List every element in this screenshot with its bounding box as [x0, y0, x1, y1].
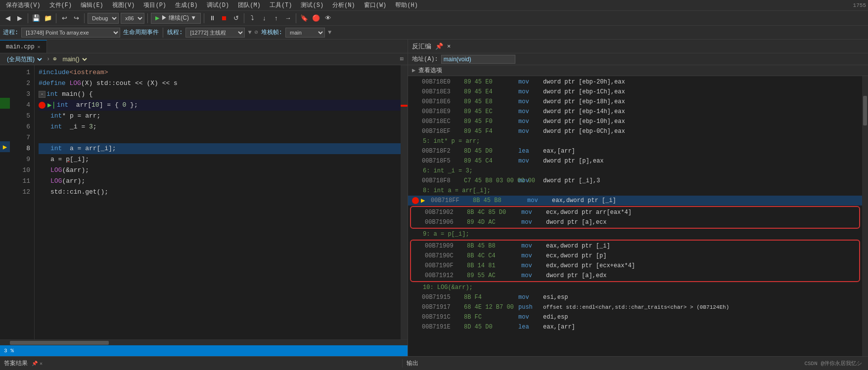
- menu-file[interactable]: 文件(F): [46, 0, 76, 10]
- disasm-src-8: 8: int a = arr[_i];: [408, 186, 862, 196]
- margin-6: [0, 120, 10, 130]
- disasm-bytes-3: 89 45 E8: [464, 97, 518, 107]
- bottom-left-pin-icon[interactable]: 📌: [32, 361, 38, 367]
- disasm-op-c2d: dword ptr [a],edx: [546, 271, 855, 281]
- bottom-left-title: 答案结果: [4, 359, 28, 368]
- lifecycle-label: 生命周期事件: [123, 28, 159, 37]
- tab-main-cpp[interactable]: main.cpp ✕: [0, 40, 47, 53]
- left-margin: ▶: [0, 65, 10, 339]
- line-num-12: 12: [12, 187, 30, 198]
- line-num-7: 7: [12, 132, 30, 143]
- a-assign2: [_i];: [70, 154, 89, 165]
- scope-select[interactable]: (全局范围): [4, 55, 44, 63]
- disasm-bytes-c2c: 8B 14 81: [467, 261, 521, 271]
- num-0: 0: [122, 100, 126, 111]
- disasm-pin-icon[interactable]: 📌: [435, 42, 443, 50]
- int-keyword-6: int: [50, 122, 62, 132]
- open-button[interactable]: 📁: [43, 13, 53, 23]
- options-collapse-icon[interactable]: ▶: [412, 67, 415, 74]
- disasm-addr-bar: 地址(A):: [408, 53, 868, 65]
- collapse-button-3[interactable]: -: [39, 91, 46, 98]
- nav-forward-button[interactable]: ▶: [15, 13, 25, 23]
- menu-view[interactable]: 视图(V): [108, 0, 139, 10]
- menu-tools[interactable]: 工具(T): [266, 0, 296, 10]
- line-num-9: 9: [12, 154, 30, 165]
- expand-icon[interactable]: ⊞: [400, 55, 404, 63]
- src-text-10: 10: LOG(&arr);: [423, 283, 473, 292]
- margin-10: [0, 163, 10, 174]
- menu-project[interactable]: 项目(P): [139, 0, 170, 10]
- disasm-op-4: dword ptr [ebp-14h],eax: [543, 107, 858, 117]
- p-underline: p: [66, 154, 70, 165]
- tab-close-button[interactable]: ✕: [38, 44, 41, 50]
- function-select[interactable]: main(): [59, 55, 89, 63]
- nav-back-button[interactable]: ◀: [3, 13, 13, 23]
- disasm-close-button[interactable]: ✕: [447, 42, 451, 50]
- step-over-button[interactable]: ⤵: [247, 13, 257, 23]
- disasm-scroll-thumb[interactable]: [863, 96, 867, 125]
- menu-build[interactable]: 生成(B): [171, 0, 202, 10]
- thread-select[interactable]: [12772] 主线程: [185, 28, 245, 38]
- menu-team[interactable]: 团队(M): [234, 0, 265, 10]
- disasm-line-8: 00B718F5 89 45 C4 mov dword ptr [p],eax: [408, 156, 862, 166]
- step-into-button[interactable]: ↓: [259, 13, 269, 23]
- line-num-4: 4: [12, 100, 30, 111]
- disasm-src-6: 6: int _i = 3;: [408, 166, 862, 176]
- restart-button[interactable]: ↺: [231, 13, 241, 23]
- code-scrollbar[interactable]: [0, 339, 408, 345]
- disasm-content[interactable]: 00B718E0 89 45 E0 mov dword ptr [ebp-20h…: [408, 76, 862, 356]
- continue-button[interactable]: ▶ ▶ 继续(C) ▼: [151, 13, 201, 24]
- disasm-bytes-l3: 8B FC: [464, 312, 518, 322]
- disasm-bytes-c2a: 8B 45 B8: [467, 241, 521, 251]
- disasm-instr-c1b: mov: [521, 217, 546, 227]
- menu-analysis[interactable]: 分析(N): [328, 0, 359, 10]
- bottom-left-close-icon[interactable]: ✕: [40, 361, 43, 367]
- scroll-thumb[interactable]: [10, 341, 109, 345]
- disasm-options: ▶ 查看选项: [408, 65, 868, 76]
- menu-window[interactable]: 窗口(W): [360, 0, 391, 10]
- menu-save[interactable]: 保存选项(V): [2, 0, 45, 10]
- disasm-bytes-curr: 8B 45 B8: [473, 196, 527, 206]
- log-macro-11: LOG: [50, 176, 62, 187]
- run-to-cursor-button[interactable]: →: [283, 13, 293, 23]
- step-out-button[interactable]: ↑: [271, 13, 281, 23]
- semicolon-6: ;: [93, 122, 97, 132]
- disasm-instr-4: mov: [518, 107, 543, 117]
- disasm-addr-c2d: 00B71912: [425, 271, 467, 281]
- undo-button[interactable]: ↩: [59, 13, 69, 23]
- disasm-addr-input[interactable]: [441, 55, 515, 64]
- disasm-instr-c2d: mov: [521, 271, 546, 281]
- menu-edit[interactable]: 编辑(E): [77, 0, 107, 10]
- menu-debug[interactable]: 调试(D): [203, 0, 233, 10]
- code-content[interactable]: #include<iostream> #define LOG(X) std::c…: [35, 65, 401, 339]
- bookmark-button[interactable]: 🔖: [299, 13, 309, 23]
- watch-button[interactable]: 👁: [323, 13, 333, 23]
- save-button[interactable]: 💾: [31, 13, 41, 23]
- window-size-indicator: 1755: [853, 2, 866, 8]
- menu-test[interactable]: 测试(S): [297, 0, 327, 10]
- disasm-bp-icon[interactable]: [412, 197, 419, 204]
- redo-button[interactable]: ↪: [71, 13, 81, 23]
- sep5: [204, 13, 204, 23]
- platform-select[interactable]: x86: [121, 13, 144, 24]
- disasm-instr-3: mov: [518, 97, 543, 107]
- disasm-vscroll[interactable]: [862, 76, 868, 356]
- config-select[interactable]: Debug: [88, 13, 119, 24]
- disasm-addr-l1: 00B71915: [422, 292, 464, 302]
- sep7: [296, 13, 296, 23]
- process-select[interactable]: [13748] Point To array.exe: [21, 28, 120, 38]
- breadcrumb: (全局范围) › ⊕ main() ⊞: [0, 53, 408, 65]
- disasm-bytes-5: 89 45 F0: [464, 117, 518, 126]
- pause-button[interactable]: ⏸: [207, 13, 217, 23]
- stack-expand-icon: ▼: [328, 29, 331, 36]
- breakpoint-4[interactable]: [39, 102, 46, 109]
- disasm-title: 反汇编: [412, 42, 431, 51]
- code-line-12: std::cin.get();: [39, 187, 401, 198]
- stop-button[interactable]: ⏹: [219, 13, 229, 23]
- breakpoints-button[interactable]: 🔴: [311, 13, 321, 23]
- menu-help[interactable]: 帮助(H): [391, 0, 422, 10]
- execution-arrow: ▶: [3, 143, 7, 151]
- margin-5: [0, 109, 10, 120]
- stack-select[interactable]: main: [285, 28, 325, 38]
- disasm-addr-c2b: 00B7190C: [425, 251, 467, 261]
